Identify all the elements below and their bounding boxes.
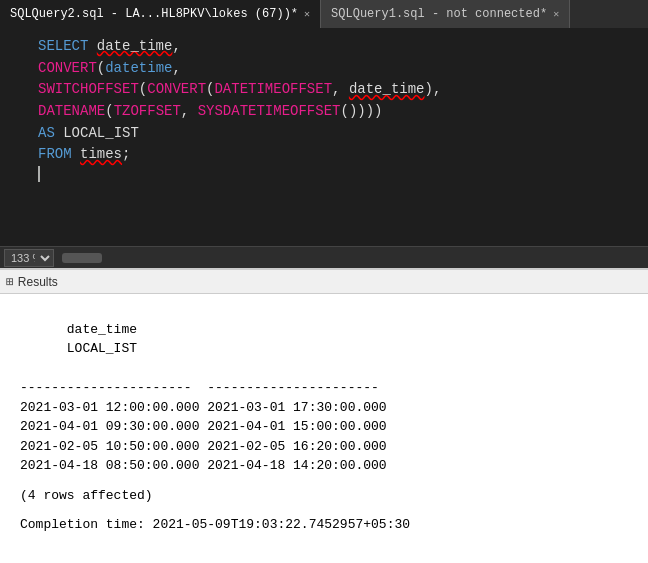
keyword-select: SELECT: [38, 36, 97, 58]
results-tab-label[interactable]: Results: [18, 275, 58, 289]
zoom-bar: 50 % 75 % 100 % 133 % 150 % 200 %: [0, 246, 648, 268]
code-line-3: SWITCHOFFSET(CONVERT(DATETIMEOFFSET, dat…: [8, 79, 648, 101]
keyword-as: AS: [38, 123, 63, 145]
alias-local-ist: LOCAL_IST: [63, 123, 139, 145]
col-header-local-ist: LOCAL_IST: [67, 341, 137, 356]
code-line-1: SELECT date_time,: [8, 36, 648, 58]
func-convert: CONVERT: [38, 58, 97, 80]
code-line-4: DATENAME(TZOFFSET, SYSDATETIMEOFFSET()))…: [8, 101, 648, 123]
completion-msg: Completion time: 2021-05-09T19:03:22.745…: [0, 511, 648, 538]
zoom-select[interactable]: 50 % 75 % 100 % 133 % 150 % 200 %: [4, 249, 54, 267]
table-row: 2021-04-01 09:30:00.000 2021-04-01 15:00…: [20, 417, 628, 437]
table-times: times: [80, 144, 122, 166]
table-row: 2021-04-18 08:50:00.000 2021-04-18 14:20…: [20, 456, 628, 476]
text-cursor: [38, 166, 40, 182]
results-content: date_time LOCAL_IST --------------------…: [0, 294, 648, 511]
col-date-time-2: date_time: [349, 79, 425, 101]
keyword-from: FROM: [38, 144, 80, 166]
tab-sqlquery1-label: SQLQuery1.sql - not connected*: [331, 7, 547, 21]
func-datename: DATENAME: [38, 101, 105, 123]
tab-bar: SQLQuery2.sql - LA...HL8PKV\lokes (67))*…: [0, 0, 648, 28]
code-line-7: [8, 166, 648, 182]
tab-sqlquery2[interactable]: SQLQuery2.sql - LA...HL8PKV\lokes (67))*…: [0, 0, 321, 28]
type-datetimeoffset: DATETIMEOFFSET: [214, 79, 332, 101]
results-separator: ---------------------- -----------------…: [20, 378, 628, 398]
horizontal-scrollbar[interactable]: [62, 253, 102, 263]
results-grid-icon: ⊞: [6, 274, 14, 290]
code-line-6: FROM times;: [8, 144, 648, 166]
table-row: 2021-02-05 10:50:00.000 2021-02-05 16:20…: [20, 437, 628, 457]
tab-sqlquery1-close[interactable]: ✕: [553, 8, 559, 20]
results-panel: ⊞ Results date_time LOCAL_IST ----------…: [0, 268, 648, 563]
col-date-time: date_time: [97, 36, 173, 58]
tab-sqlquery1[interactable]: SQLQuery1.sql - not connected* ✕: [321, 0, 570, 28]
code-line-2: CONVERT(datetime,: [8, 58, 648, 80]
func-convert-2: CONVERT: [147, 79, 206, 101]
arg-tzoffset: TZOFFSET: [114, 101, 181, 123]
code-line-5: AS LOCAL_IST: [8, 123, 648, 145]
row-count-msg: (4 rows affected): [20, 486, 628, 506]
func-switchoffset: SWITCHOFFSET: [38, 79, 139, 101]
results-tab-bar: ⊞ Results: [0, 270, 648, 294]
col-header-date-time: date_time: [67, 322, 246, 337]
table-row: 2021-03-01 12:00:00.000 2021-03-01 17:30…: [20, 398, 628, 418]
results-header-row: date_time LOCAL_IST: [20, 300, 628, 378]
tab-sqlquery2-close[interactable]: ✕: [304, 8, 310, 20]
code-editor[interactable]: SELECT date_time, CONVERT(datetime, SWIT…: [0, 28, 648, 246]
tab-sqlquery2-label: SQLQuery2.sql - LA...HL8PKV\lokes (67))*: [10, 7, 298, 21]
type-datetime: datetime: [105, 58, 172, 80]
func-sysdatetimeoffset: SYSDATETIMEOFFSET: [198, 101, 341, 123]
